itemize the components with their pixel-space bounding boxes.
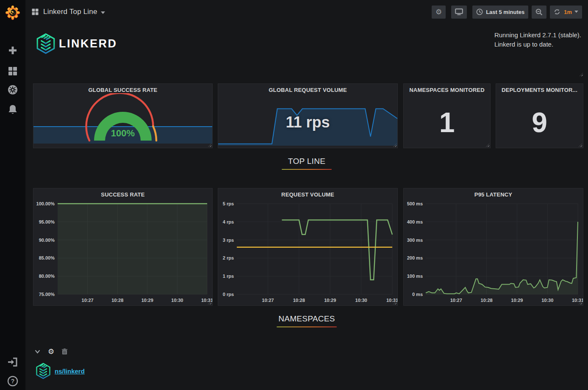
svg-text:85.00%: 85.00% (39, 255, 55, 260)
svg-text:80.00%: 80.00% (39, 274, 55, 279)
help-icon: ? (7, 376, 18, 387)
explore-compass-icon (7, 84, 18, 95)
svg-text:10:28: 10:28 (481, 298, 493, 303)
row-settings-button[interactable]: ⚙ (48, 348, 54, 355)
linkerd-brand-text: LINKERD (59, 37, 117, 50)
svg-text:?: ? (11, 378, 15, 384)
row-delete-button[interactable] (62, 349, 67, 355)
svg-text:4 rps: 4 rps (223, 219, 234, 224)
svg-text:400 ms: 400 ms (407, 219, 423, 224)
linkerd-logo-icon (36, 362, 51, 379)
p95-latency-chart: 0 ms100 ms200 ms300 ms400 ms500 ms10:271… (404, 199, 583, 305)
svg-text:2 rps: 2 rps (223, 255, 234, 260)
svg-text:10:28: 10:28 (293, 298, 305, 303)
linkerd-status-text: Running Linkerd 2.7.1 (stable). Linkerd … (494, 30, 581, 49)
cycle-view-button[interactable] (451, 6, 467, 19)
alerting-bell-icon (8, 104, 18, 115)
zoom-out-button[interactable] (532, 6, 546, 19)
success-rate-chart-panel: SUCCESS RATE 75.00%80.00%85.00%90.00%95.… (33, 188, 213, 306)
sidebar: ? (0, 0, 25, 390)
panel-title[interactable]: GLOBAL SUCCESS RATE (33, 87, 212, 93)
svg-text:300 ms: 300 ms (407, 238, 423, 243)
svg-text:10:29: 10:29 (324, 298, 336, 303)
tv-cycle-icon (455, 8, 463, 15)
chevron-down-icon (35, 350, 40, 354)
row-underline (277, 326, 337, 327)
namespace-link[interactable]: ns/linkerd (55, 368, 85, 375)
grafana-logo[interactable] (0, 3, 25, 22)
p95-latency-chart-panel: P95 LATENCY 0 ms100 ms200 ms300 ms400 ms… (403, 188, 583, 306)
time-range-button[interactable]: Last 5 minutes (472, 6, 528, 19)
plus-icon (8, 45, 18, 55)
time-range-label: Last 5 minutes (486, 9, 524, 15)
refresh-button[interactable]: 1m (550, 6, 582, 19)
svg-text:75.00%: 75.00% (39, 292, 55, 297)
trash-icon (62, 349, 67, 355)
sidebar-item-explore[interactable] (0, 82, 25, 97)
sidebar-item-create[interactable] (0, 43, 25, 58)
panel-title[interactable]: DEPLOYMENTS MONITOR... (496, 87, 583, 93)
success-rate-gauge: 100% (76, 93, 169, 144)
svg-text:0 ms: 0 ms (412, 292, 423, 297)
svg-text:95.00%: 95.00% (39, 219, 55, 224)
namespace-row: ns/linkerd (36, 362, 85, 379)
caret-down-icon (574, 11, 578, 13)
refresh-icon (554, 8, 560, 15)
stat-value: 1 (404, 97, 490, 148)
svg-text:200 ms: 200 ms (407, 255, 423, 260)
svg-text:1 rps: 1 rps (223, 274, 234, 279)
linkerd-logo-icon (36, 33, 55, 54)
svg-text:100.00%: 100.00% (36, 201, 55, 206)
header-text-panel: LINKERD Running Linkerd 2.7.1 (stable). … (32, 25, 584, 77)
row-title: NAMESPACES (25, 314, 588, 324)
clock-icon (476, 8, 483, 15)
panel-title[interactable]: P95 LATENCY (404, 191, 583, 198)
global-request-volume-panel: GLOBAL REQUEST VOLUME 11 rps (218, 83, 398, 148)
sidebar-item-dashboards[interactable] (0, 64, 25, 79)
svg-text:10:30: 10:30 (171, 298, 183, 303)
namespaces-monitored-panel: NAMESPACES MONITORED 1 (403, 83, 491, 148)
row-underline (282, 169, 332, 170)
panel-title[interactable]: SUCCESS RATE (33, 191, 212, 198)
panel-resize-handle[interactable] (580, 73, 583, 76)
panel-title[interactable]: REQUEST VOLUME (218, 191, 397, 198)
row-title: TOP LINE (25, 157, 588, 166)
linkerd-brand: LINKERD (36, 33, 117, 54)
settings-gear-icon: ⚙ (48, 348, 54, 355)
row-header-top-line[interactable]: TOP LINE (25, 157, 588, 170)
status-line-1: Running Linkerd 2.7.1 (stable). (494, 30, 581, 40)
svg-text:500 ms: 500 ms (407, 201, 423, 206)
row-collapse-button[interactable] (35, 350, 40, 354)
sidebar-item-alerting[interactable] (0, 102, 25, 117)
request-volume-chart: 0 rps1 rps2 rps3 rps4 rps5 rps10:2710:28… (218, 199, 397, 305)
deployments-monitored-panel: DEPLOYMENTS MONITOR... 9 (496, 83, 583, 148)
row-controls: ⚙ (35, 348, 75, 355)
dashboard-title-button[interactable]: Linkerd Top Line (31, 8, 105, 16)
svg-text:5 rps: 5 rps (223, 201, 234, 206)
settings-gear-icon: ⚙ (435, 8, 442, 16)
zoom-out-icon (535, 8, 543, 16)
request-volume-chart-panel: REQUEST VOLUME 0 rps1 rps2 rps3 rps4 rps… (218, 188, 398, 306)
svg-text:10:29: 10:29 (141, 298, 153, 303)
status-line-2: Linkerd is up to date. (494, 40, 581, 49)
svg-text:10:27: 10:27 (450, 298, 462, 303)
panel-resize-handle[interactable] (208, 144, 211, 147)
global-success-rate-panel: GLOBAL SUCCESS RATE 100% (33, 83, 213, 148)
svg-text:100%: 100% (111, 128, 135, 138)
svg-text:100 ms: 100 ms (407, 274, 423, 279)
grafana-logo-icon (5, 5, 21, 21)
sidebar-item-sign-in[interactable] (0, 354, 25, 370)
success-rate-chart: 75.00%80.00%85.00%90.00%95.00%100.00%10:… (33, 199, 212, 305)
panel-title[interactable]: NAMESPACES MONITORED (404, 87, 490, 93)
panel-title[interactable]: GLOBAL REQUEST VOLUME (218, 87, 397, 93)
svg-text:10:30: 10:30 (541, 298, 553, 303)
svg-text:90.00%: 90.00% (39, 238, 55, 243)
dashboard-settings-button[interactable]: ⚙ (432, 6, 446, 19)
caret-down-icon (101, 11, 105, 14)
dashboard-grid-icon (31, 8, 39, 16)
row-header-namespaces[interactable]: NAMESPACES (25, 314, 588, 327)
svg-text:3 rps: 3 rps (223, 238, 234, 243)
svg-text:10:28: 10:28 (111, 298, 123, 303)
sidebar-item-help[interactable]: ? (0, 373, 25, 389)
svg-text:10:29: 10:29 (511, 298, 523, 303)
